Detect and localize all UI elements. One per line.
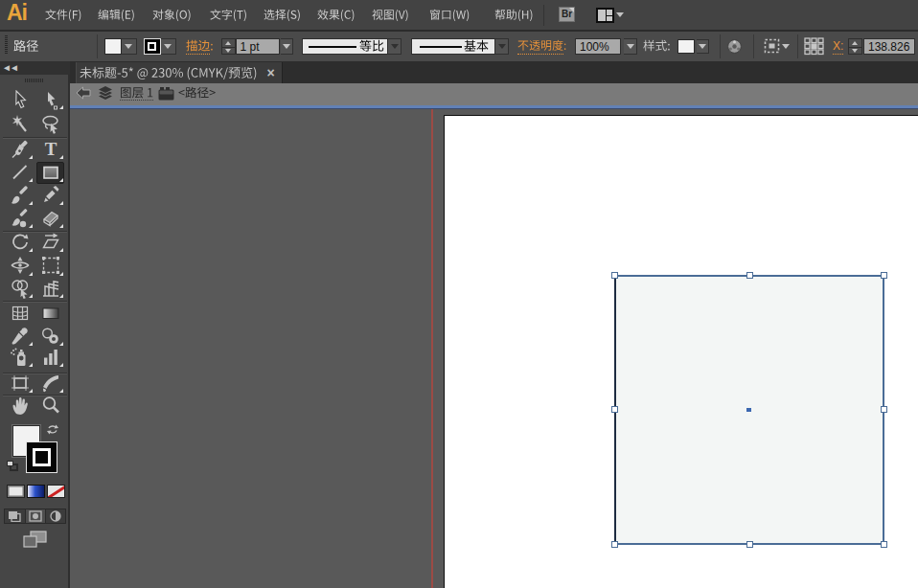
svg-text:T: T	[45, 139, 57, 159]
